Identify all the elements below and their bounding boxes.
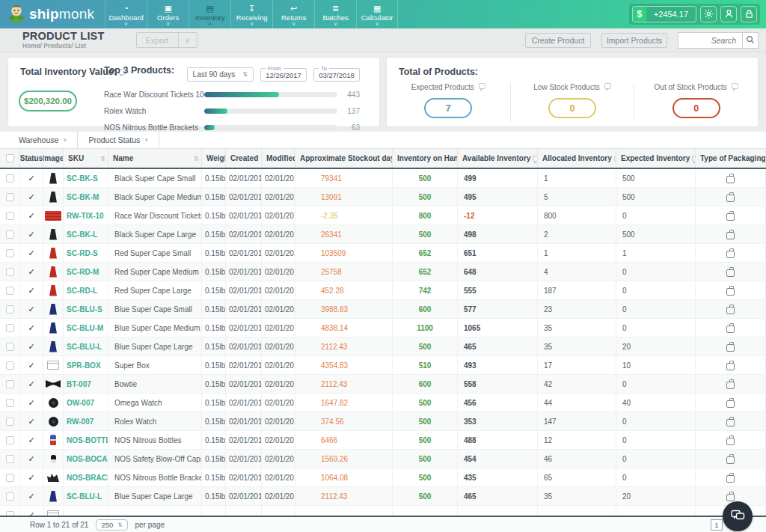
product-sku-link[interactable]: SC-BK-L <box>67 230 97 239</box>
row-checkbox[interactable] <box>6 418 14 426</box>
row-checkbox[interactable] <box>6 436 14 444</box>
warehouse-filter[interactable]: Warehouse∨ <box>7 132 78 148</box>
column-label: Image <box>43 154 64 162</box>
row-checkbox[interactable] <box>6 212 14 220</box>
allocated-cell: 35 <box>538 487 616 505</box>
create-product-button[interactable]: Create Product <box>525 33 591 48</box>
packaging-cell <box>696 337 766 355</box>
product-sku-link[interactable]: SC-RD-M <box>67 268 99 276</box>
column-header-type-of-packaging[interactable]: Type of Packaging⇅ <box>696 149 766 168</box>
import-products-button[interactable]: Import Products <box>601 33 667 48</box>
top3-product-value: 137 <box>337 107 360 115</box>
nav-item-inventory[interactable]: ▤Inventory∨ <box>189 0 230 28</box>
settings-button[interactable] <box>700 6 717 22</box>
export-dropdown-button[interactable]: ∨ <box>178 32 197 48</box>
nav-item-returns[interactable]: ↩Returns∨ <box>272 0 314 28</box>
select-all-checkbox[interactable] <box>6 154 14 162</box>
row-checkbox[interactable] <box>6 249 14 257</box>
search-input[interactable] <box>678 32 742 49</box>
product-sku-link[interactable]: SPR-BOX <box>67 361 101 370</box>
name-cell: Blue Super Cape Medium <box>108 319 202 337</box>
status-check-icon: ✓ <box>28 174 34 183</box>
top3-list: Race War Discount Tickets 10% Off443Role… <box>104 91 360 132</box>
stockout-cell: 2112.43 <box>295 375 393 393</box>
package-icon <box>726 456 735 464</box>
nav-item-orders[interactable]: ▣Orders∨ <box>147 0 189 28</box>
row-checkbox[interactable] <box>6 268 14 276</box>
name-cell: Red Super Cape Large <box>108 281 202 299</box>
row-checkbox[interactable] <box>6 492 14 501</box>
row-checkbox[interactable] <box>6 230 14 239</box>
product-sku-link[interactable]: NOS-BOCAPS <box>67 455 108 463</box>
product-sku-link[interactable]: NOS-BOTTLES <box>67 436 108 444</box>
row-checkbox[interactable] <box>6 174 14 183</box>
package-icon <box>726 251 735 258</box>
image-cell <box>43 394 64 412</box>
product-sku-link[interactable]: SC-BK-S <box>67 174 98 183</box>
available-value: 488 <box>464 436 477 444</box>
column-header-available-inventory[interactable]: Available Inventory⇅ <box>458 149 538 168</box>
date-to-field[interactable]: To 03/27/2018 <box>313 65 360 82</box>
product-sku-link[interactable]: RW-007 <box>67 418 94 426</box>
image-cell <box>43 337 64 355</box>
page-number-button[interactable]: 1 <box>711 519 723 531</box>
stockout-value: 13091 <box>321 193 342 201</box>
table-row: ✓SC-BK-LBlack Super Cape Large0.15lbs02/… <box>0 225 766 244</box>
row-checkbox[interactable] <box>6 343 14 351</box>
stockout-cell: 2112.43 <box>295 337 393 355</box>
status-cell: ✓ <box>20 207 43 224</box>
product-sku-link[interactable]: RW-TIX-10 <box>67 212 104 220</box>
export-button[interactable]: Export <box>136 32 178 48</box>
row-checkbox[interactable] <box>6 305 14 314</box>
modified-cell: 02/01/2018 <box>262 300 295 318</box>
product-sku-link[interactable]: SC-BLU-L <box>67 343 102 351</box>
period-select[interactable]: Last 90 days⇅ <box>187 67 254 82</box>
allocated-cell: 4 <box>538 263 616 281</box>
column-header-name[interactable]: Name⇅ <box>108 149 202 168</box>
product-sku-link[interactable]: NOS-BRACKETS <box>67 474 108 482</box>
row-checkbox[interactable] <box>6 324 14 332</box>
product-status-filter[interactable]: Product Status∨ <box>78 132 159 148</box>
pagination-footer: Row 1 to 21 of 21 250⇅ per page 1 <box>0 516 766 532</box>
nav-item-batches[interactable]: ≣Batches∨ <box>314 0 356 28</box>
profile-button[interactable] <box>720 6 737 22</box>
nav-item-dashboard[interactable]: ◔Dashboard∨ <box>105 0 147 28</box>
row-checkbox[interactable] <box>6 455 14 463</box>
product-sku-link[interactable]: SC-BK-M <box>67 193 99 201</box>
stockout-cell <box>295 506 393 516</box>
per-page-select[interactable]: 250⇅ <box>96 519 127 531</box>
product-sku-link[interactable]: BT-007 <box>67 380 91 388</box>
logout-button[interactable] <box>741 6 757 22</box>
nav-item-calculator[interactable]: ▦Calculator∨ <box>356 0 398 28</box>
stockout-cell: -2.35 <box>295 207 393 224</box>
date-from-field[interactable]: From 12/26/2017 <box>260 65 307 82</box>
product-sku-link[interactable]: SC-BLU-M <box>67 324 103 332</box>
row-select-cell <box>0 412 20 430</box>
package-icon <box>726 213 735 221</box>
row-checkbox[interactable] <box>6 361 14 370</box>
brand-logo[interactable]: shipmonk <box>0 0 105 28</box>
product-sku-link[interactable]: OW-007 <box>67 399 94 407</box>
row-checkbox[interactable] <box>6 380 14 388</box>
created-cell: 02/01/2018 <box>226 468 262 486</box>
product-sku-link[interactable]: SC-RD-S <box>67 249 98 257</box>
image-cell <box>43 450 64 468</box>
stockout-value: 452.28 <box>321 287 344 295</box>
total-label-row: Low Stock Products <box>533 83 610 91</box>
row-checkbox[interactable] <box>6 474 14 482</box>
product-sku-link[interactable]: SC-BLU-S <box>67 305 102 314</box>
nav-item-receiving[interactable]: ↧Receiving∨ <box>230 0 272 28</box>
stockout-cell: 1647.82 <box>295 394 393 412</box>
balance-widget[interactable]: $ +2454.17 <box>632 6 696 22</box>
product-sku-link[interactable]: SC-RD-L <box>67 287 97 295</box>
chat-widget-button[interactable] <box>723 501 753 531</box>
column-header-allocated-inventory[interactable]: Allocated Inventory⇅ <box>538 149 616 168</box>
row-checkbox[interactable] <box>6 193 14 201</box>
row-checkbox[interactable] <box>6 287 14 295</box>
row-checkbox[interactable] <box>6 399 14 407</box>
column-header-expected-inventory[interactable]: Expected Inventory⇅ <box>616 149 696 168</box>
product-sku-link[interactable]: SC-BLU-L <box>67 492 102 501</box>
product-image <box>49 417 58 426</box>
column-header-sku[interactable]: SKU⇅ <box>64 149 108 168</box>
search-button[interactable] <box>742 32 759 49</box>
